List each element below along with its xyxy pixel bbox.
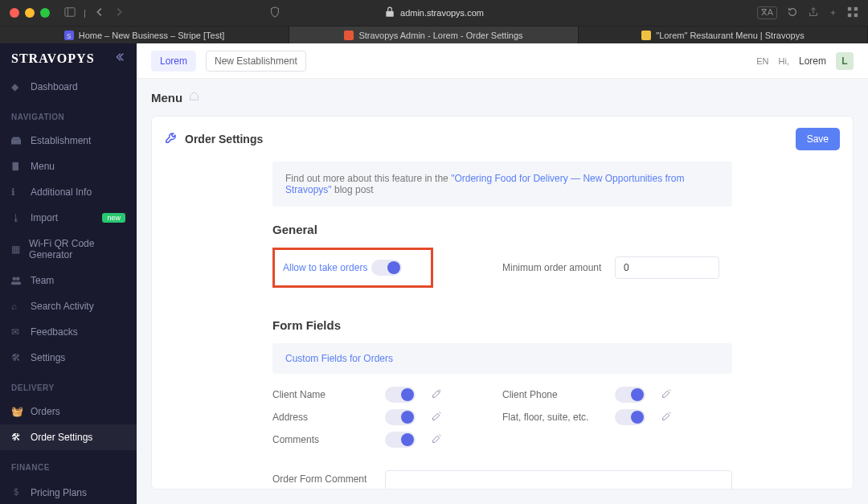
highlight-allow-orders: Allow to take orders [272, 248, 433, 288]
browser-titlebar: | admin.stravopys.com ⴳA ＋ [0, 0, 868, 26]
window-controls[interactable] [10, 8, 50, 18]
establishment-chip-lorem[interactable]: Lorem [151, 51, 196, 72]
edit-icon[interactable] [661, 387, 672, 402]
tab-favicon-3 [641, 31, 651, 40]
order-form-comment-input[interactable] [385, 470, 732, 490]
tab-favicon-2 [344, 31, 354, 40]
sidebar-toggle-icon[interactable] [64, 6, 76, 19]
nav-back-icon[interactable] [94, 6, 105, 19]
tabs-overview-icon[interactable] [847, 6, 858, 19]
sidebar: STRAVOPYS ◆Dashboard NAVIGATION Establis… [0, 43, 137, 504]
breadcrumb: Menu [137, 79, 868, 116]
svg-rect-11 [11, 282, 21, 285]
toggle-allow-orders[interactable] [371, 260, 402, 276]
info-text: Find out more about this feature in the [285, 173, 451, 184]
minimize-window-icon[interactable] [25, 8, 35, 18]
sidebar-item-import[interactable]: ⭳Importnew [0, 205, 137, 231]
sidebar-section-navigation: NAVIGATION [0, 100, 137, 128]
address-url[interactable]: admin.stravopys.com [400, 8, 484, 18]
menu-icon [11, 162, 23, 171]
user-name: Lorem [799, 55, 826, 67]
sidebar-item-settings[interactable]: 🛠Settings [0, 345, 137, 371]
sidebar-item-label: Orders [31, 406, 60, 417]
sidebar-item-orders[interactable]: 🧺Orders [0, 399, 137, 424]
home-icon[interactable] [189, 90, 199, 104]
wrench-icon: 🛠 [11, 352, 23, 363]
greeting-text: Hi, [779, 56, 789, 66]
dashboard-icon: ◆ [11, 81, 23, 92]
edit-icon[interactable] [432, 410, 442, 424]
search-icon: ⌕ [11, 301, 23, 312]
close-window-icon[interactable] [10, 8, 19, 18]
money-icon: ＄ [11, 486, 23, 499]
browser-tab-1[interactable]: sHome – New Business – Stripe [Test] [0, 27, 289, 43]
info-banner: Find out more about this feature in the … [272, 162, 732, 207]
tab-favicon-1: s [64, 31, 74, 40]
toggle-address[interactable] [385, 409, 416, 425]
sidebar-item-establishment[interactable]: Establishment [0, 128, 137, 154]
field-label: Flat, floor, suite, etc. [502, 412, 615, 423]
section-form-fields: Form Fields [272, 318, 732, 332]
svg-point-9 [13, 277, 17, 281]
language-selector[interactable]: EN [756, 56, 768, 66]
custom-fields-link[interactable]: Custom Fields for Orders [272, 343, 732, 374]
sidebar-item-order-settings[interactable]: 🛠Order Settings [0, 424, 137, 450]
sidebar-item-label: Search Activity [31, 301, 94, 312]
sidebar-item-pricing[interactable]: ＄Pricing Plans [0, 478, 137, 504]
sidebar-item-wifi-qr[interactable]: ▦Wi-Fi QR Code Generator [0, 231, 137, 268]
edit-icon[interactable] [432, 432, 442, 447]
feedback-icon: ✉ [11, 326, 23, 338]
shield-icon[interactable] [269, 6, 280, 19]
edit-icon[interactable] [432, 387, 442, 402]
browser-tab-3[interactable]: "Lorem" Restaurant Menu | Stravopys [579, 27, 868, 43]
translate-icon[interactable]: ⴳA [757, 6, 777, 19]
brand-logo: STRAVOPYS [11, 51, 95, 66]
avatar[interactable]: L [836, 52, 854, 70]
team-icon [11, 276, 23, 285]
maximize-window-icon[interactable] [40, 8, 50, 18]
toggle-client-phone[interactable] [615, 387, 645, 403]
sidebar-item-feedbacks[interactable]: ✉Feedbacks [0, 319, 137, 345]
sidebar-item-menu[interactable]: Menu [0, 154, 137, 179]
browser-tab-2[interactable]: Stravopys Admin - Lorem - Order Settings [289, 27, 579, 43]
share-icon[interactable] [808, 6, 819, 19]
toggle-comments[interactable] [385, 432, 416, 448]
field-label: Comments [272, 434, 385, 445]
sidebar-item-additional-info[interactable]: ℹAdditional Info [0, 179, 137, 205]
sidebar-item-team[interactable]: Team [0, 268, 137, 293]
min-amount-input[interactable] [615, 256, 719, 279]
collapse-sidebar-icon[interactable] [114, 51, 125, 66]
sidebar-item-label: Order Settings [31, 432, 92, 443]
sidebar-item-search-activity[interactable]: ⌕Search Activity [0, 293, 137, 319]
reload-icon[interactable] [787, 6, 798, 19]
info-icon: ℹ [11, 186, 23, 198]
tab-label: Stravopys Admin - Lorem - Order Settings [358, 31, 522, 40]
svg-rect-2 [386, 11, 393, 17]
nav-forward-icon[interactable] [113, 6, 125, 19]
new-tab-icon[interactable]: ＋ [829, 6, 837, 19]
svg-rect-6 [854, 14, 858, 17]
svg-rect-7 [11, 140, 21, 145]
basket-icon: 🧺 [11, 406, 23, 417]
toggle-client-name[interactable] [385, 387, 416, 403]
sidebar-item-label: Import [31, 212, 58, 223]
save-button[interactable]: Save [796, 128, 840, 150]
panel-title: Order Settings [185, 133, 263, 145]
sidebar-item-label: Menu [31, 161, 55, 172]
sidebar-item-label: Dashboard [31, 81, 78, 92]
new-badge: new [102, 213, 125, 223]
field-label: Client Name [272, 389, 385, 400]
qr-icon: ▦ [11, 244, 21, 255]
tab-label: Home – New Business – Stripe [Test] [79, 31, 225, 40]
sidebar-section-finance: FINANCE [0, 450, 137, 478]
establishment-chip-new[interactable]: New Establishment [206, 51, 306, 72]
sidebar-item-dashboard[interactable]: ◆Dashboard [0, 74, 137, 100]
toggle-flat[interactable] [615, 409, 645, 425]
page-title: Menu [151, 91, 182, 104]
svg-rect-5 [848, 14, 851, 17]
edit-icon[interactable] [661, 410, 672, 424]
sidebar-item-label: Additional Info [31, 186, 92, 198]
wrench-icon: 🛠 [11, 432, 23, 443]
field-label: Minimum order amount [502, 262, 615, 273]
sidebar-item-label: Team [31, 275, 54, 286]
